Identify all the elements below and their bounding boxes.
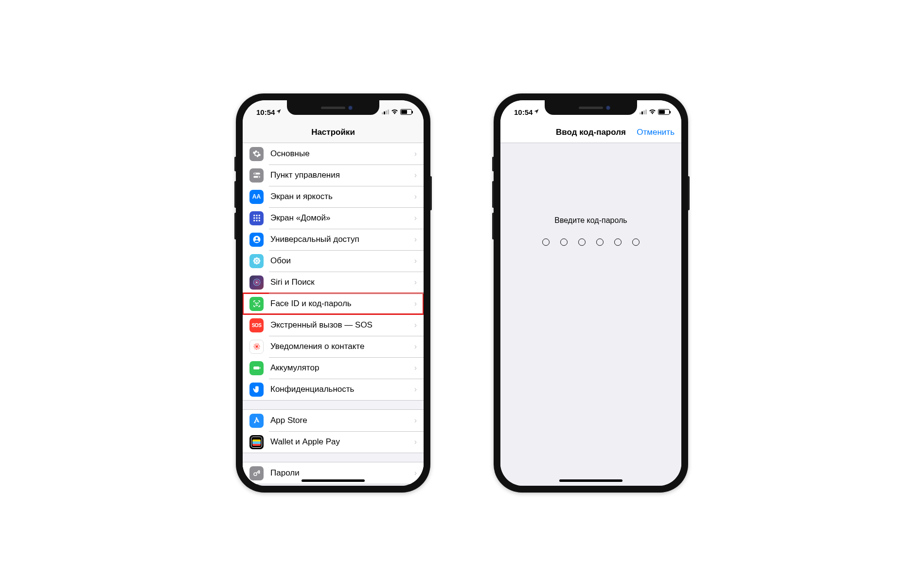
- row-label: Конфиденциальность: [270, 385, 414, 394]
- svg-point-20: [254, 258, 256, 260]
- settings-row-sos[interactable]: SOSЭкстренный вызов — SOS›: [243, 314, 424, 336]
- svg-point-27: [255, 303, 255, 303]
- row-label: App Store: [270, 416, 414, 425]
- row-label: Экран «Домой»: [270, 213, 414, 223]
- chevron-right-icon: ›: [414, 149, 424, 158]
- phone-settings: 10:54 Настройки Основные›Пункт управлени…: [236, 93, 430, 493]
- hand-icon: [249, 383, 264, 397]
- passcode-dot: [542, 238, 550, 246]
- svg-point-23: [257, 262, 260, 264]
- passcode-dots[interactable]: [500, 238, 681, 246]
- row-label: Siri и Поиск: [270, 277, 414, 287]
- cancel-button[interactable]: Отменить: [637, 128, 675, 137]
- chevron-right-icon: ›: [414, 321, 424, 330]
- chevron-right-icon: ›: [414, 278, 424, 287]
- chevron-right-icon: ›: [414, 385, 424, 394]
- svg-rect-29: [253, 366, 259, 369]
- svg-point-31: [254, 473, 257, 476]
- nav-header: Настройки: [243, 122, 424, 143]
- wifi-icon: [391, 109, 398, 116]
- passcode-dot: [632, 238, 640, 246]
- exposure-icon: [249, 340, 264, 354]
- svg-rect-9: [258, 218, 260, 219]
- svg-rect-30: [260, 367, 261, 369]
- home-indicator[interactable]: [559, 479, 622, 482]
- row-label: Основные: [270, 149, 414, 159]
- settings-row-exposure[interactable]: Уведомления о контакте›: [243, 336, 424, 357]
- passcode-dot: [596, 238, 604, 246]
- page-title: Настройки: [311, 128, 355, 137]
- settings-row-aa[interactable]: AAЭкран и яркость›: [243, 186, 424, 207]
- settings-row-battery[interactable]: Аккумулятор›: [243, 357, 424, 379]
- person-icon: [249, 233, 264, 247]
- settings-row-siri[interactable]: Siri и Поиск›: [243, 272, 424, 293]
- grid-icon: [249, 211, 264, 225]
- chevron-right-icon: ›: [414, 192, 424, 201]
- settings-row-switches[interactable]: Пункт управления›: [243, 165, 424, 186]
- status-time: 10:54: [514, 108, 533, 116]
- row-label: Аккумулятор: [270, 363, 414, 373]
- home-indicator[interactable]: [302, 479, 365, 482]
- battery-icon: [658, 109, 670, 115]
- chevron-right-icon: ›: [414, 214, 424, 222]
- switches-icon: [249, 168, 264, 183]
- signal-icon: [640, 110, 647, 114]
- row-label: Пароли: [270, 468, 414, 478]
- phone-passcode: 10:54 Ввод код-пароля Отменить Введите к…: [494, 93, 688, 493]
- passcode-dot: [560, 238, 568, 246]
- gear-icon: [249, 147, 264, 161]
- settings-row-grid[interactable]: Экран «Домой»›: [243, 207, 424, 229]
- chevron-right-icon: ›: [414, 416, 424, 425]
- svg-rect-11: [256, 220, 257, 221]
- svg-rect-5: [256, 215, 257, 216]
- chevron-right-icon: ›: [414, 171, 424, 180]
- battery-icon: [400, 109, 412, 115]
- settings-row-flower[interactable]: Обои›: [243, 250, 424, 272]
- svg-rect-7: [253, 218, 255, 219]
- row-label: Wallet и Apple Pay: [270, 437, 414, 447]
- svg-rect-4: [253, 215, 255, 216]
- chevron-right-icon: ›: [414, 299, 424, 308]
- siri-icon: [249, 275, 264, 290]
- settings-row-gear[interactable]: Основные›: [243, 143, 424, 165]
- row-label: Обои: [270, 256, 414, 266]
- svg-point-1: [254, 173, 255, 174]
- battery-icon: [249, 361, 264, 375]
- passcode-entry: Введите код-пароль: [500, 143, 681, 486]
- svg-rect-10: [253, 220, 255, 221]
- svg-point-22: [254, 262, 256, 264]
- key-icon: [249, 466, 264, 480]
- svg-rect-6: [258, 215, 260, 216]
- settings-row-appstore[interactable]: App Store›: [243, 410, 424, 431]
- settings-row-hand[interactable]: Конфиденциальность›: [243, 379, 424, 400]
- chevron-right-icon: ›: [414, 469, 424, 477]
- row-label: Face ID и код-пароль: [270, 299, 414, 309]
- settings-row-person[interactable]: Универсальный доступ›: [243, 229, 424, 250]
- signal-icon: [382, 110, 389, 114]
- svg-point-21: [257, 258, 260, 260]
- svg-point-26: [256, 282, 257, 283]
- svg-point-3: [258, 176, 259, 178]
- status-time: 10:54: [256, 108, 275, 116]
- passcode-dot: [578, 238, 586, 246]
- row-label: Экстренный вызов — SOS: [270, 320, 414, 330]
- settings-group-2: App Store›Wallet и Apple Pay›: [243, 409, 424, 453]
- chevron-right-icon: ›: [414, 364, 424, 372]
- svg-rect-12: [258, 220, 260, 221]
- page-title: Ввод код-пароля: [556, 128, 626, 137]
- sos-icon: SOS: [249, 318, 264, 332]
- location-icon: [276, 109, 282, 115]
- flower-icon: [249, 254, 264, 268]
- settings-row-wallet[interactable]: Wallet и Apple Pay›: [243, 431, 424, 453]
- settings-row-faceid[interactable]: Face ID и код-пароль›: [243, 293, 424, 314]
- notch: [545, 100, 637, 115]
- wallet-icon: [249, 435, 264, 449]
- svg-point-14: [255, 238, 258, 240]
- chevron-right-icon: ›: [414, 438, 424, 446]
- svg-point-28: [258, 303, 258, 303]
- row-label: Универсальный доступ: [270, 235, 414, 244]
- svg-rect-8: [256, 218, 257, 219]
- row-label: Уведомления о контакте: [270, 342, 414, 351]
- chevron-right-icon: ›: [414, 235, 424, 244]
- chevron-right-icon: ›: [414, 256, 424, 265]
